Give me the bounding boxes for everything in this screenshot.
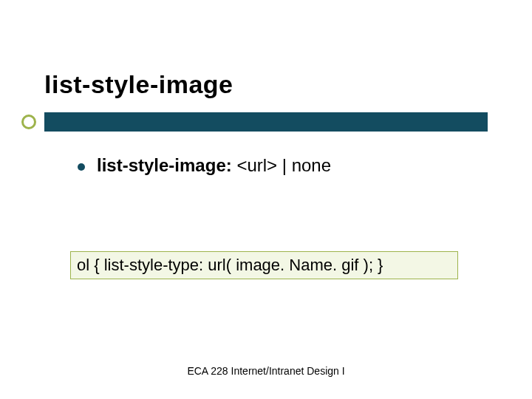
code-example-text: ol { list-style-type: url( image. Name. … (77, 256, 383, 275)
title-area: list-style-image (44, 70, 488, 99)
bullet-text: list-style-image: <url> | none (97, 155, 331, 176)
slide-title: list-style-image (44, 70, 488, 99)
slide: list-style-image list-style-image: <url>… (0, 0, 532, 399)
bullet-item: list-style-image: <url> | none (78, 155, 491, 176)
title-underline-bar (44, 112, 488, 132)
bullet-label: list-style-image: (97, 155, 232, 175)
title-accent-dot (21, 115, 36, 129)
bullet-dot-icon (78, 163, 85, 171)
slide-footer: ECA 228 Internet/Intranet Design I (0, 365, 532, 377)
code-example-box: ol { list-style-type: url( image. Name. … (70, 251, 458, 279)
bullet-values: <url> | none (232, 155, 331, 175)
